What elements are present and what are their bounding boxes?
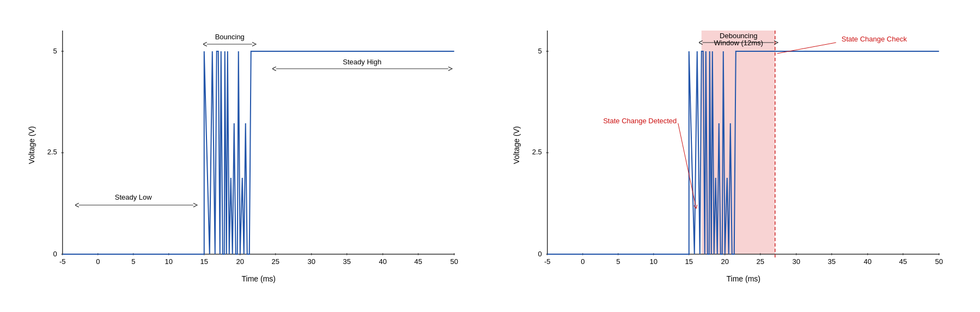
- svg-text:35: 35: [343, 257, 351, 266]
- svg-text:30: 30: [308, 257, 315, 266]
- svg-text:30: 30: [792, 257, 800, 266]
- svg-text:25: 25: [756, 257, 764, 266]
- svg-text:5: 5: [616, 257, 620, 266]
- svg-text:5: 5: [131, 257, 135, 266]
- svg-text:10: 10: [649, 257, 657, 266]
- svg-text:50: 50: [451, 257, 458, 266]
- y-tick-0: 0: [53, 250, 57, 258]
- x-axis-title-2: Time (ms): [726, 274, 760, 283]
- svg-text:20: 20: [236, 257, 244, 266]
- svg-text:10: 10: [165, 257, 173, 266]
- svg-text:45: 45: [415, 257, 422, 266]
- svg-text:2.5: 2.5: [532, 148, 541, 156]
- svg-text:25: 25: [272, 257, 279, 266]
- chart1: 0 2.5 5 -5 0 5 10 15 20 25 30 35 40 45 5…: [16, 14, 479, 298]
- svg-text:5: 5: [538, 47, 541, 55]
- y-tick-2.5: 2.5: [47, 148, 57, 156]
- svg-text:0: 0: [581, 257, 585, 266]
- state-change-check-label: State Change Check: [841, 35, 906, 43]
- y-axis-title-2: Voltage (V): [512, 126, 520, 164]
- y-tick-5: 5: [53, 47, 57, 55]
- svg-text:50: 50: [935, 257, 942, 266]
- steady-high-label: Steady High: [343, 58, 381, 66]
- chart2: 0 2.5 5 -5 0 5 10 15 20 25 30 35 40 45 5…: [501, 14, 964, 298]
- svg-text:40: 40: [863, 257, 871, 266]
- svg-text:15: 15: [200, 257, 208, 266]
- svg-text:0: 0: [96, 257, 100, 266]
- bouncing-label: Bouncing: [215, 33, 245, 41]
- y-axis-title: Voltage (V): [27, 126, 36, 164]
- x-axis-title: Time (ms): [242, 274, 276, 283]
- svg-text:40: 40: [379, 257, 387, 266]
- svg-text:-5: -5: [59, 257, 66, 266]
- steady-low-label: Steady Low: [115, 193, 153, 201]
- svg-line-66: [678, 123, 695, 205]
- debouncing-window-ms-label: Window (12ms): [714, 39, 763, 47]
- svg-text:35: 35: [827, 257, 835, 266]
- svg-text:0: 0: [538, 250, 541, 258]
- svg-text:20: 20: [721, 257, 728, 266]
- state-change-detected-label: State Change Detected: [603, 117, 677, 125]
- svg-text:15: 15: [685, 257, 692, 266]
- svg-text:-5: -5: [544, 257, 550, 266]
- svg-text:45: 45: [899, 257, 906, 266]
